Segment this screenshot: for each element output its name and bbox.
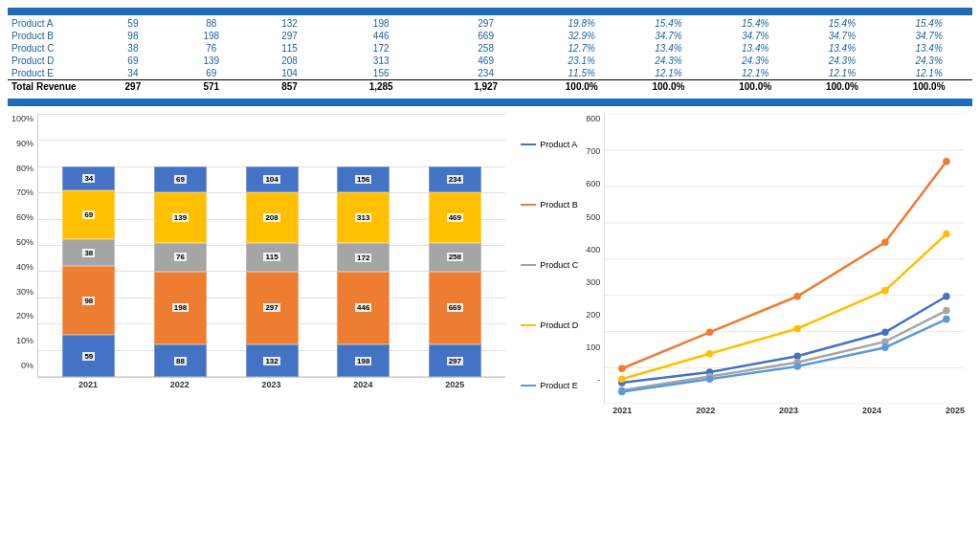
segment-C: 76 [154,243,207,271]
svg-point-31 [618,388,626,396]
legend-item: Product B [521,200,578,210]
x-label: 2025 [429,380,481,389]
legend: Product A Product B Product C Product D … [513,114,586,415]
legend-item: Product E [521,381,578,390]
segment-D: 313 [337,192,390,244]
svg-point-34 [881,343,889,351]
segment-A: 88 [154,344,207,377]
bar-x-labels: 20212022202320242025 [37,378,505,389]
bar-y-axis: 100% 90% 80% 70% 60% 50% 40% 30% 20% 10%… [11,114,37,389]
x-label: 2021 [61,380,114,389]
segment-C: 172 [337,243,390,271]
svg-point-17 [706,329,714,337]
bar-chart-inner: 5998386934881987613969132297115208104198… [37,114,505,389]
segment-E: 69 [154,166,207,192]
total-pct-row: 100.0%100.0%100.0%100.0%100.0% [538,80,972,94]
total-row: Total Revenue2975718571,2851,927 [8,80,538,94]
bars-group: 5998386934881987613969132297115208104198… [38,114,505,377]
pct-row: 12.7%13.4%13.4%13.4%13.4% [538,42,972,55]
table-row: Product C3876115172258 [8,42,538,55]
svg-point-18 [794,293,802,300]
right-table: 19.8%15.4%15.4%15.4%15.4%32.9%34.7%34.7%… [538,15,972,93]
line-chart-svg [604,114,965,404]
svg-point-30 [943,231,950,238]
x-label: 2022 [153,380,206,389]
legend-line [521,264,536,266]
bars-area: 5998386934881987613969132297115208104198… [37,114,505,378]
bar-stack: 297669258469234 [429,166,481,377]
segment-A: 132 [246,344,299,377]
svg-point-15 [943,293,950,300]
tables-row: Product A5988132198297Product B981982974… [8,15,972,93]
legend-label: Product E [540,381,578,390]
legend-item: Product C [521,260,578,270]
table-row: Product E3469104156234 [8,67,538,80]
segment-C: 115 [246,243,299,272]
line-chart-area [604,114,965,404]
table-row: Product D69139208313469 [8,55,538,67]
bar-stack: 198446172313156 [337,166,390,377]
table-title [8,8,972,15]
svg-point-27 [706,350,714,358]
bar-column: 132297115208104 [246,166,299,377]
charts-row: 100% 90% 80% 70% 60% 50% 40% 30% 20% 10%… [8,106,972,393]
segment-B: 446 [337,272,390,344]
x-label: 2024 [337,380,390,389]
segment-B: 297 [246,272,299,344]
legend-line [521,144,536,145]
bar-stack: 5998386934 [62,166,115,377]
svg-point-28 [794,325,802,333]
segment-A: 297 [429,344,481,377]
segment-D: 139 [154,192,207,244]
bar-column: 881987613969 [154,166,207,377]
bar-stack: 881987613969 [154,166,207,377]
legend-item: Product D [521,320,578,330]
segment-D: 469 [429,192,481,244]
svg-point-26 [618,375,626,383]
chart-and-legend: Product A Product B Product C Product D … [513,114,965,415]
line-chart-container: Product A Product B Product C Product D … [509,106,972,393]
segment-D: 69 [62,190,115,239]
bar-chart-container: 100% 90% 80% 70% 60% 50% 40% 30% 20% 10%… [8,106,509,393]
segment-A: 59 [62,335,115,377]
segment-D: 208 [246,192,299,243]
pct-row: 19.8%15.4%15.4%15.4%15.4% [538,17,972,30]
segment-B: 669 [429,272,481,344]
svg-point-35 [943,316,950,323]
table-row: Product A5988132198297 [8,17,538,30]
bar-column: 297669258469234 [429,166,481,377]
legend-line [521,204,536,206]
svg-point-32 [706,375,714,383]
svg-point-14 [881,329,889,337]
chart-title [8,99,972,106]
pct-row: 11.5%12.1%12.1%12.1%12.1% [538,67,972,80]
svg-point-20 [943,158,950,166]
left-table: Product A5988132198297Product B981982974… [8,15,538,93]
bottom-section: 100% 90% 80% 70% 60% 50% 40% 30% 20% 10%… [8,99,972,393]
svg-point-29 [881,287,889,295]
bar-column: 5998386934 [62,166,115,377]
line-x-labels: 20212022202320242025 [586,404,965,415]
svg-point-25 [943,307,950,315]
legend-label: Product D [540,320,578,330]
svg-point-33 [794,363,802,370]
legend-line [521,385,536,386]
legend-label: Product A [540,140,577,149]
segment-C: 38 [62,239,115,266]
legend-item: Product A [521,140,578,149]
segment-E: 156 [337,166,390,192]
bar-column: 198446172313156 [337,166,390,377]
x-label: 2023 [245,380,298,389]
segment-B: 98 [62,266,115,335]
segment-E: 104 [246,166,299,192]
bar-chart-area: 100% 90% 80% 70% 60% 50% 40% 30% 20% 10%… [11,114,505,389]
legend-label: Product B [540,200,578,210]
bar-stack: 132297115208104 [246,166,299,377]
pct-row: 32.9%34.7%34.7%34.7%34.7% [538,30,972,42]
pct-row: 23.1%24.3%24.3%24.3%24.3% [538,55,972,67]
segment-C: 258 [429,243,481,271]
svg-point-16 [618,364,626,372]
table-row: Product B98198297446669 [8,30,538,42]
segment-E: 34 [62,166,115,190]
line-y-axis: 800 700 600 500 400 300 200 100 - [586,114,604,404]
